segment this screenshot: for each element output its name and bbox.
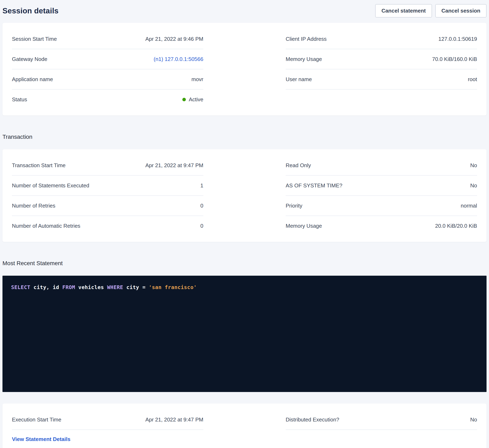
info-label: Memory Usage	[286, 56, 322, 62]
info-row: Distributed Execution?No	[286, 410, 477, 430]
transaction-left-column: Transaction Start TimeApr 21, 2022 at 9:…	[12, 156, 203, 236]
sql-statement-box: SELECT city, id FROM vehicles WHERE city…	[2, 276, 487, 392]
execution-left-rows: Execution Start TimeApr 21, 2022 at 9:47…	[12, 410, 203, 430]
info-value: root	[468, 76, 477, 83]
info-label: Gateway Node	[12, 56, 47, 62]
info-value: Active	[182, 96, 203, 103]
info-label: Number of Statements Executed	[12, 182, 89, 189]
page-title: Session details	[2, 7, 58, 15]
info-label: Application name	[12, 76, 53, 83]
execution-left-column: Execution Start TimeApr 21, 2022 at 9:47…	[12, 410, 203, 442]
sql-string-token: 'san francisco'	[149, 284, 197, 290]
info-value: 0	[200, 223, 203, 229]
info-row: StatusActive	[12, 90, 203, 109]
transaction-card: Transaction Start TimeApr 21, 2022 at 9:…	[2, 149, 487, 242]
sql-plain-token: city =	[123, 284, 149, 290]
sql-statement: SELECT city, id FROM vehicles WHERE city…	[11, 284, 197, 290]
info-label: Transaction Start Time	[12, 162, 66, 169]
cancel-session-button[interactable]: Cancel session	[435, 4, 487, 17]
info-label: AS OF SYSTEM TIME?	[286, 182, 342, 189]
info-value: No	[470, 416, 477, 423]
execution-card: Execution Start TimeApr 21, 2022 at 9:47…	[2, 404, 487, 448]
info-row: Execution Start TimeApr 21, 2022 at 9:47…	[12, 410, 203, 430]
info-row: Gateway Node(n1) 127.0.0.1:50566	[12, 49, 203, 69]
info-label: User name	[286, 76, 312, 83]
info-label: Session Start Time	[12, 36, 57, 42]
info-row: Application namemovr	[12, 69, 203, 90]
info-value: No	[470, 162, 477, 169]
info-row: Read OnlyNo	[286, 156, 477, 176]
info-value: 20.0 KiB/20.0 KiB	[435, 223, 477, 229]
active-status-dot	[182, 98, 186, 101]
info-value: movr	[191, 76, 203, 83]
info-row: Memory Usage20.0 KiB/20.0 KiB	[286, 216, 477, 236]
info-row: Session Start TimeApr 21, 2022 at 9:46 P…	[12, 29, 203, 49]
info-row: Memory Usage70.0 KiB/160.0 KiB	[286, 49, 477, 69]
info-row: Number of Statements Executed1	[12, 176, 203, 196]
header-actions: Cancel statement Cancel session	[375, 4, 487, 17]
transaction-right-column: Read OnlyNoAS OF SYSTEM TIME?NoPriorityn…	[286, 156, 477, 236]
info-row: User nameroot	[286, 69, 477, 90]
page-header: Session details Cancel statement Cancel …	[2, 0, 487, 23]
cancel-statement-button[interactable]: Cancel statement	[375, 4, 432, 17]
sql-keyword-token: WHERE	[107, 284, 123, 290]
info-label: Read Only	[286, 162, 311, 169]
view-statement-details-link[interactable]: View Statement Details	[12, 436, 70, 442]
info-value: 70.0 KiB/160.0 KiB	[432, 56, 477, 62]
info-value: 1	[200, 182, 203, 189]
session-summary-right-column: Client IP Address127.0.0.1:50619Memory U…	[286, 29, 477, 109]
info-value: Apr 21, 2022 at 9:47 PM	[145, 162, 203, 169]
execution-right-column: Distributed Execution?No	[286, 410, 477, 430]
sql-plain-token: city, id	[30, 284, 62, 290]
info-value-link[interactable]: (n1) 127.0.0.1:50566	[154, 56, 203, 62]
info-label: Memory Usage	[286, 223, 322, 229]
info-value: 127.0.0.1:50619	[438, 36, 477, 42]
info-value: Apr 21, 2022 at 9:47 PM	[145, 416, 203, 423]
session-summary-left-column: Session Start TimeApr 21, 2022 at 9:46 P…	[12, 29, 203, 109]
info-label: Client IP Address	[286, 36, 327, 42]
info-label: Priority	[286, 202, 302, 209]
info-value: No	[470, 182, 477, 189]
session-summary-card: Session Start TimeApr 21, 2022 at 9:46 P…	[2, 23, 487, 116]
info-row: Number of Automatic Retries0	[12, 216, 203, 236]
info-value: normal	[461, 202, 477, 209]
statement-section-title: Most Recent Statement	[2, 260, 487, 267]
info-label: Status	[12, 96, 27, 103]
info-label: Distributed Execution?	[286, 416, 339, 423]
info-row: Client IP Address127.0.0.1:50619	[286, 29, 477, 49]
info-row: AS OF SYSTEM TIME?No	[286, 176, 477, 196]
sql-keyword-token: FROM	[62, 284, 75, 290]
sql-plain-token: vehicles	[75, 284, 107, 290]
transaction-section-title: Transaction	[2, 134, 487, 140]
session-details-page: Session details Cancel statement Cancel …	[0, 0, 489, 448]
status-text: Active	[189, 96, 203, 103]
info-row: Transaction Start TimeApr 21, 2022 at 9:…	[12, 156, 203, 176]
info-row: Number of Retries0	[12, 196, 203, 216]
sql-keyword-token: SELECT	[11, 284, 30, 290]
info-label: Number of Retries	[12, 202, 55, 209]
info-row: Prioritynormal	[286, 196, 477, 216]
info-value: 0	[200, 202, 203, 209]
info-label: Number of Automatic Retries	[12, 223, 80, 229]
info-label: Execution Start Time	[12, 416, 61, 423]
info-value: Apr 21, 2022 at 9:46 PM	[145, 36, 203, 42]
